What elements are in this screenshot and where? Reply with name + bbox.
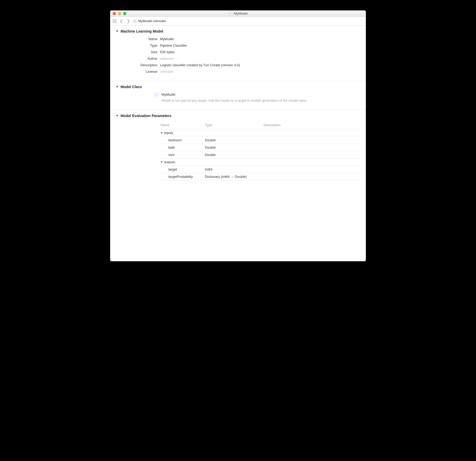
table-row: bedroom Double <box>159 137 360 144</box>
model-class-note: Model is not part of any target. Add the… <box>162 99 307 102</box>
window-title: m MyModel <box>110 11 366 15</box>
cell-name: bath <box>160 145 205 149</box>
cell-name: targetProbability <box>160 175 205 179</box>
group-label: inputs <box>164 131 173 135</box>
section-model-class: Model Class C MyModel Model is not part … <box>110 81 366 110</box>
minimize-button[interactable] <box>118 12 121 15</box>
breadcrumb-filename: MyModel.mlmodel <box>138 19 166 23</box>
field-value-name: MyModel <box>160 37 360 41</box>
field-value-size: 535 bytes <box>160 50 360 54</box>
cell-name: bedroom <box>160 138 205 142</box>
section-header-ml-model[interactable]: Machine Learning Model <box>116 29 360 33</box>
disclosure-triangle-icon <box>116 86 118 88</box>
table-row: target Int64 <box>159 166 360 173</box>
traffic-lights <box>110 12 126 15</box>
cell-type: Double <box>205 145 264 149</box>
section-title: Model Evaluation Parameters <box>121 114 171 118</box>
nav-forward-button[interactable]: ❯ <box>126 19 130 23</box>
section-header-model-class[interactable]: Model Class <box>116 85 360 89</box>
group-row-outputs[interactable]: outputs <box>159 159 360 166</box>
field-label-name: Name <box>117 37 157 41</box>
group-label: outputs <box>164 160 175 164</box>
col-description: Description <box>264 123 359 127</box>
section-title: Machine Learning Model <box>121 29 163 33</box>
table-row: size Double <box>159 151 360 159</box>
field-label-size: Size <box>117 50 157 54</box>
close-button[interactable] <box>113 12 116 15</box>
toolbar: ❮ ❯ m MyModel.mlmodel <box>110 17 366 26</box>
section-ml-model: Machine Learning Model Name MyModel Type… <box>110 26 366 81</box>
col-name: Name <box>160 123 205 127</box>
group-row-inputs[interactable]: inputs <box>159 129 360 137</box>
disclosure-triangle-icon <box>160 132 163 134</box>
field-label-author: Author <box>117 57 157 60</box>
ml-model-fields: Name MyModel Type Pipeline Classifier Si… <box>117 37 360 74</box>
model-class-name: MyModel <box>162 93 307 96</box>
mlmodel-icon: m <box>133 19 137 23</box>
table-header: Name Type Description <box>159 122 360 129</box>
section-eval-params: Model Evaluation Parameters Name Type De… <box>110 110 366 183</box>
zoom-button[interactable] <box>123 12 126 15</box>
eval-params-table: Name Type Description inputs bedroom Dou… <box>159 122 360 180</box>
breadcrumb[interactable]: m MyModel.mlmodel <box>133 19 166 23</box>
field-value-author[interactable]: unknown <box>160 57 360 60</box>
field-value-license[interactable]: unknown <box>160 70 360 74</box>
section-header-eval-params[interactable]: Model Evaluation Parameters <box>116 114 360 118</box>
cell-type: Double <box>205 153 264 157</box>
field-value-description[interactable]: Logistic classifier created by Turi Crea… <box>160 63 360 67</box>
table-row: bath Double <box>159 144 360 151</box>
col-type: Type <box>205 123 264 127</box>
disclosure-triangle-icon <box>116 115 118 117</box>
titlebar: m MyModel <box>110 10 366 17</box>
field-label-license: License <box>117 70 157 74</box>
section-title: Model Class <box>121 85 142 89</box>
field-label-description: Description <box>117 63 157 67</box>
mlmodel-icon: m <box>229 12 232 15</box>
cell-name: size <box>160 153 205 157</box>
table-row: targetProbability Dictionary (Int64 → Do… <box>159 173 360 180</box>
field-label-type: Type <box>117 44 157 47</box>
related-items-icon[interactable] <box>113 19 116 23</box>
field-value-type: Pipeline Classifier <box>160 44 360 47</box>
cell-name: target <box>160 167 205 171</box>
app-window: m MyModel ❮ ❯ m MyModel.mlmodel Machine … <box>110 10 366 261</box>
disclosure-triangle-icon <box>116 31 118 32</box>
cell-type: Dictionary (Int64 → Double) <box>205 175 264 179</box>
nav-back-button[interactable]: ❮ <box>119 19 123 23</box>
model-class-body: C MyModel Model is not part of any targe… <box>154 93 360 102</box>
content: Machine Learning Model Name MyModel Type… <box>110 26 366 261</box>
cell-type: Int64 <box>205 167 264 171</box>
cell-type: Double <box>205 138 264 142</box>
disclosure-triangle-icon <box>160 161 163 163</box>
window-title-text: MyModel <box>234 11 248 15</box>
class-file-icon: C <box>154 93 159 97</box>
